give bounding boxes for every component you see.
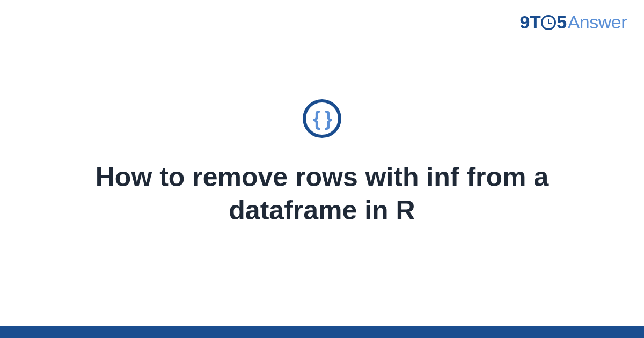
braces-icon: { } (313, 108, 331, 129)
main-content: { } How to remove rows with inf from a d… (0, 0, 644, 326)
code-icon-circle: { } (303, 99, 341, 138)
page-title: How to remove rows with inf from a dataf… (64, 160, 580, 227)
footer-accent-bar (0, 326, 644, 338)
